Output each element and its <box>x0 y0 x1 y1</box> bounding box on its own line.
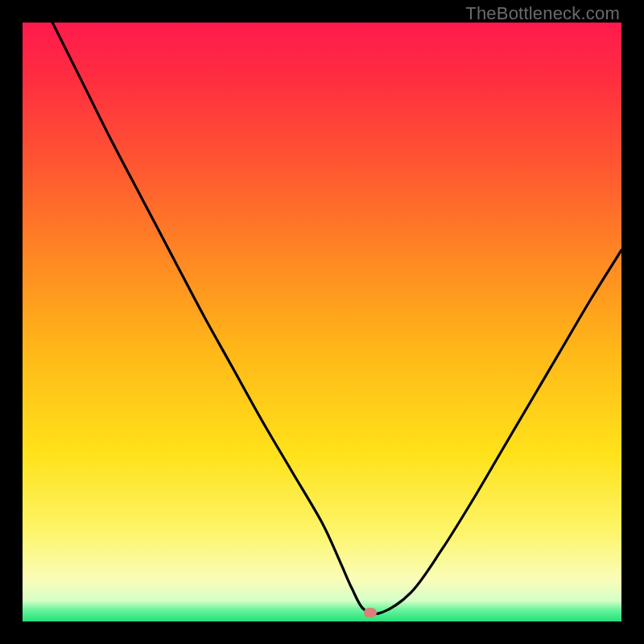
plot-area <box>23 23 621 621</box>
chart-frame: TheBottleneck.com <box>0 0 644 644</box>
watermark-text: TheBottleneck.com <box>465 3 620 24</box>
optimum-marker <box>364 608 377 617</box>
bottleneck-curve <box>23 23 621 621</box>
